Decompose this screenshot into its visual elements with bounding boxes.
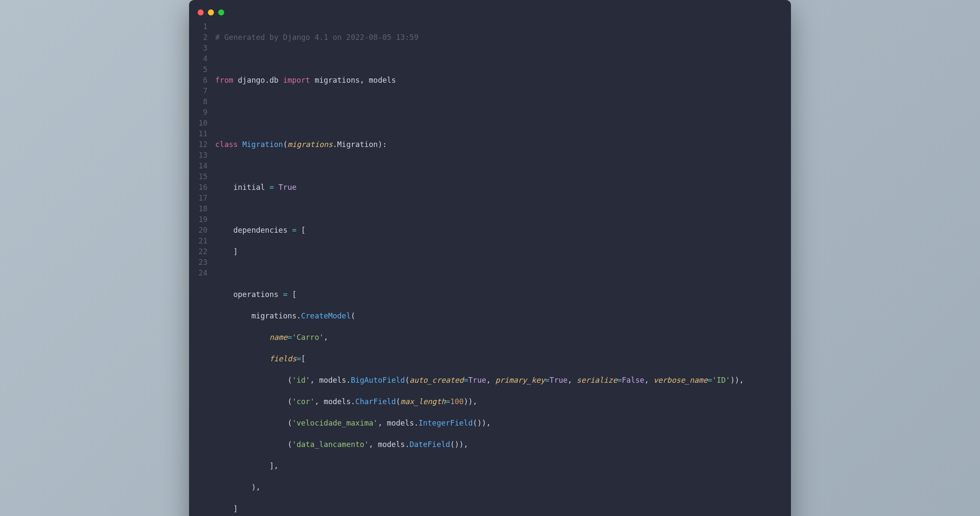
op-token: = [297, 354, 301, 363]
punct-token: )), [730, 376, 744, 384]
class-token: CreateModel [301, 312, 351, 320]
attr-token: dependencies [233, 226, 287, 234]
const-token: False [622, 376, 644, 384]
punct-token: ] [233, 504, 238, 513]
close-icon[interactable] [198, 9, 204, 15]
punct-token: ] [233, 247, 238, 256]
code-line: ), [215, 482, 744, 493]
module-token: models [387, 419, 414, 427]
code-line: dependencies = [ [215, 225, 744, 236]
line-number: 5 [198, 64, 207, 75]
op-token: = [545, 376, 550, 384]
indent [215, 376, 288, 384]
line-number: 10 [198, 118, 207, 129]
line-number: 11 [198, 129, 207, 139]
code-content[interactable]: # Generated by Django 4.1 on 2022-08-05 … [215, 21, 744, 516]
op-token: = [617, 376, 622, 384]
line-number: 16 [198, 182, 207, 193]
module-token: models [378, 440, 405, 449]
window-titlebar [189, 9, 791, 21]
punct-token: . [405, 440, 410, 449]
punct-token: . [297, 312, 301, 320]
punct-token: , [315, 397, 324, 406]
code-editor[interactable]: 1 2 3 4 5 6 7 8 9 10 11 12 13 14 15 16 1… [189, 21, 791, 516]
string-token: 'id' [292, 376, 310, 384]
module-token: models [324, 397, 351, 406]
indent [215, 183, 233, 192]
code-line [215, 118, 744, 129]
op-token: = [708, 376, 712, 384]
punct-token: ): [378, 140, 387, 149]
code-line: class Migration(migrations.Migration): [215, 139, 744, 150]
op-token: = [265, 183, 279, 192]
code-line: name='Carro', [215, 332, 744, 343]
indent [215, 290, 233, 299]
punct-token: , [486, 376, 495, 384]
line-number: 21 [198, 236, 207, 246]
line-number: 6 [198, 75, 207, 86]
punct-token: ), [251, 483, 260, 492]
punct-token: [ [301, 354, 306, 363]
indent [215, 462, 269, 470]
code-line: initial = True [215, 182, 744, 193]
string-token: 'cor' [292, 397, 315, 406]
punct-token: ( [288, 419, 292, 427]
punct-token: , [369, 440, 378, 449]
base-class-token: Migration [337, 140, 378, 149]
code-line: ('velocidade_maxima', models.IntegerFiel… [215, 418, 744, 429]
code-line: ('data_lancamento', models.DateField()), [215, 439, 744, 450]
punct-token: [ [301, 226, 306, 234]
punct-token: , [310, 376, 319, 384]
string-token: 'ID' [712, 376, 730, 384]
punct-token: , [378, 419, 387, 427]
attr-token: initial [233, 183, 265, 192]
line-number: 17 [198, 193, 207, 204]
code-line: ] [215, 246, 744, 257]
line-number: 24 [198, 268, 207, 279]
module-token: models [319, 376, 346, 384]
const-token: True [550, 376, 568, 384]
punct-token: . [346, 376, 351, 384]
code-line [215, 96, 744, 107]
code-line [215, 161, 744, 171]
op-token: = [279, 290, 292, 299]
indent [215, 440, 288, 449]
names-token: migrations, models [310, 76, 396, 84]
string-token: 'data_lancamento' [292, 440, 369, 449]
line-number: 23 [198, 257, 207, 268]
code-line: fields=[ [215, 354, 744, 364]
punct-token: . [351, 397, 355, 406]
minimize-icon[interactable] [208, 9, 214, 15]
punct-token: () [473, 419, 482, 427]
zoom-icon[interactable] [218, 9, 224, 15]
op-token: = [288, 333, 292, 342]
line-gutter: 1 2 3 4 5 6 7 8 9 10 11 12 13 14 15 16 1… [198, 21, 215, 516]
punct-token: , [324, 333, 328, 342]
indent [215, 419, 288, 427]
indent [215, 333, 269, 342]
line-number: 12 [198, 139, 207, 150]
line-number: 7 [198, 86, 207, 96]
const-token: True [468, 376, 486, 384]
punct-token: , [644, 376, 653, 384]
punct-token: ( [283, 140, 288, 149]
class-token: CharField [355, 397, 396, 406]
punct-token: ), [459, 440, 468, 449]
line-number: 8 [198, 96, 207, 107]
punct-token: ], [270, 462, 279, 470]
code-line: # Generated by Django 4.1 on 2022-08-05 … [215, 32, 744, 43]
module-token: migrations [251, 312, 296, 320]
line-number: 4 [198, 54, 207, 64]
param-token: fields [270, 354, 297, 363]
indent [215, 312, 251, 320]
indent [215, 226, 233, 234]
line-number: 9 [198, 107, 207, 118]
op-token: = [464, 376, 469, 384]
line-number: 22 [198, 246, 207, 257]
line-number: 15 [198, 171, 207, 182]
line-number: 18 [198, 204, 207, 214]
code-line [215, 268, 744, 279]
punct-token: ( [288, 376, 292, 384]
keyword-token: class [215, 140, 238, 149]
line-number: 20 [198, 225, 207, 236]
